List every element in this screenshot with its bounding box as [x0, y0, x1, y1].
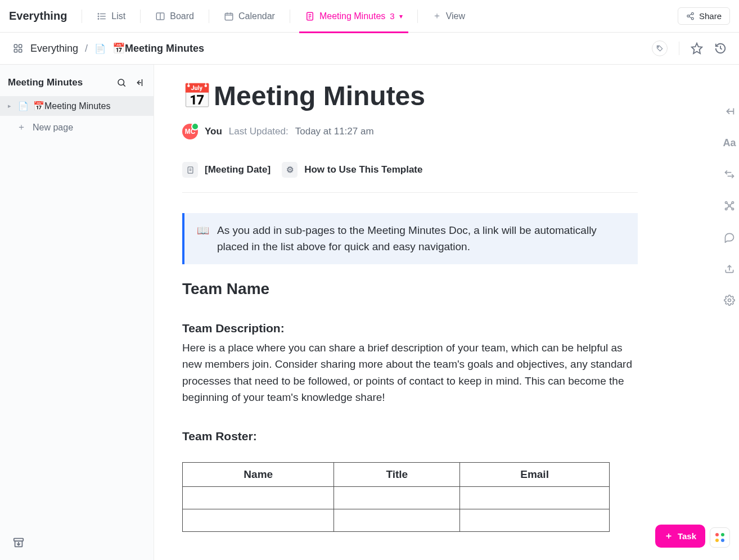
team-description-body[interactable]: Here is a place where you can share a br… — [182, 340, 638, 406]
sidebar: Meeting Minutes ▸ 📄 📅Meeting Minutes ＋ N… — [0, 65, 154, 560]
svg-point-25 — [658, 47, 659, 48]
new-page-button[interactable]: ＋ New page — [0, 116, 154, 139]
divider — [140, 10, 141, 23]
svg-point-5 — [98, 18, 100, 19]
sidebar-item-meeting-minutes[interactable]: ▸ 📄 📅Meeting Minutes — [0, 96, 154, 116]
col-email: Email — [460, 462, 610, 486]
chip-label: [Meeting Date] — [205, 164, 271, 175]
svg-point-18 — [691, 17, 693, 20]
divider — [679, 42, 679, 55]
svg-rect-23 — [14, 49, 17, 52]
plus-icon: ＋ — [432, 10, 441, 22]
gear-icon: ⚙ — [282, 162, 298, 178]
table-row[interactable] — [183, 509, 610, 531]
heading-team-name[interactable]: Team Name — [182, 280, 638, 298]
new-page-label: New page — [33, 123, 73, 133]
cell[interactable] — [460, 486, 610, 509]
author-name: You — [205, 126, 222, 137]
workspace-title[interactable]: Everything — [9, 10, 67, 22]
svg-point-4 — [98, 16, 100, 17]
col-name: Name — [183, 462, 334, 486]
search-icon[interactable] — [116, 78, 127, 88]
tab-list[interactable]: List — [91, 0, 131, 33]
cell[interactable] — [460, 509, 610, 531]
divider — [290, 10, 290, 23]
svg-point-3 — [98, 13, 100, 14]
svg-line-20 — [689, 16, 691, 18]
apps-launcher-button[interactable] — [710, 527, 730, 548]
subpage-chips: [Meeting Date] ⚙ How to Use This Templat… — [182, 162, 638, 193]
main-content: 📅 Meeting Minutes MC You Last Updated: T… — [154, 65, 739, 560]
chevron-down-icon: ▾ — [399, 12, 403, 20]
new-task-button[interactable]: ＋ Task — [655, 525, 705, 548]
right-rail: Aa — [722, 104, 737, 308]
chevron-right-icon: ▸ — [8, 102, 13, 110]
sidebar-header: Meeting Minutes — [0, 65, 154, 96]
cell[interactable] — [183, 509, 334, 531]
breadcrumb-bar: Everything / 📄 📅Meeting Minutes — [0, 33, 739, 65]
info-banner: 📖 As you add in sub-pages to the Meeting… — [182, 213, 638, 264]
convert-icon[interactable] — [722, 167, 737, 182]
doc-title-row: 📅 Meeting Minutes — [182, 80, 638, 111]
expand-icon[interactable] — [722, 104, 737, 119]
board-icon — [155, 11, 165, 21]
add-view-label: View — [446, 11, 465, 21]
relationship-icon[interactable] — [722, 198, 737, 213]
divider — [417, 10, 418, 23]
chip-meeting-date[interactable]: [Meeting Date] — [182, 162, 271, 178]
share-icon — [686, 12, 695, 20]
export-icon[interactable] — [722, 261, 737, 276]
col-title: Title — [334, 462, 460, 486]
chip-how-to-use[interactable]: ⚙ How to Use This Template — [282, 162, 422, 178]
page-file-icon: 📄 — [94, 43, 106, 54]
add-view-button[interactable]: ＋ View — [427, 0, 471, 33]
tab-meeting-minutes[interactable]: Meeting Minutes 3 ▾ — [299, 0, 408, 33]
updated-value: Today at 11:27 am — [295, 126, 374, 137]
cell[interactable] — [334, 486, 460, 509]
breadcrumb-separator: / — [85, 43, 88, 55]
svg-rect-31 — [14, 539, 24, 541]
avatar[interactable]: MC — [182, 124, 198, 139]
svg-point-43 — [732, 208, 733, 210]
tab-calendar[interactable]: Calendar — [218, 0, 281, 33]
doc-emoji[interactable]: 📅 — [182, 84, 211, 108]
history-icon[interactable] — [714, 42, 727, 55]
page-file-icon: 📄 — [18, 101, 29, 111]
plus-icon: ＋ — [17, 121, 26, 133]
svg-rect-22 — [19, 44, 22, 47]
svg-point-17 — [687, 15, 690, 17]
task-label: Task — [678, 531, 696, 541]
table-row[interactable] — [183, 486, 610, 509]
divider — [209, 10, 209, 23]
settings-icon[interactable] — [722, 293, 737, 308]
main-layout: Meeting Minutes ▸ 📄 📅Meeting Minutes ＋ N… — [0, 65, 739, 560]
comment-icon[interactable] — [722, 230, 737, 245]
svg-point-16 — [691, 12, 693, 15]
list-icon — [97, 11, 107, 21]
cell[interactable] — [334, 509, 460, 531]
breadcrumb-current: 📅Meeting Minutes — [112, 42, 204, 55]
roster-table[interactable]: Name Title Email — [182, 462, 610, 532]
tab-board[interactable]: Board — [150, 0, 200, 33]
tag-button[interactable] — [652, 40, 668, 56]
apps-grid-icon — [715, 533, 724, 542]
collapse-sidebar-icon[interactable] — [134, 78, 145, 88]
cell[interactable] — [183, 486, 334, 509]
svg-rect-24 — [19, 49, 22, 52]
typography-icon[interactable]: Aa — [722, 136, 737, 150]
table-header-row: Name Title Email — [183, 462, 610, 486]
svg-point-41 — [732, 202, 733, 204]
star-icon[interactable] — [691, 42, 703, 55]
updated-label: Last Updated: — [229, 126, 289, 137]
archive-icon[interactable] — [12, 536, 25, 549]
share-button[interactable]: Share — [678, 7, 730, 25]
svg-point-27 — [118, 79, 124, 85]
heading-team-roster[interactable]: Team Roster: — [182, 430, 638, 443]
svg-rect-21 — [14, 44, 17, 47]
doc-title[interactable]: Meeting Minutes — [214, 80, 425, 111]
svg-line-47 — [727, 206, 728, 208]
plus-icon: ＋ — [664, 530, 673, 542]
heading-team-description[interactable]: Team Description: — [182, 322, 638, 335]
breadcrumb-root[interactable]: Everything — [30, 43, 78, 55]
apps-icon[interactable] — [12, 43, 24, 54]
